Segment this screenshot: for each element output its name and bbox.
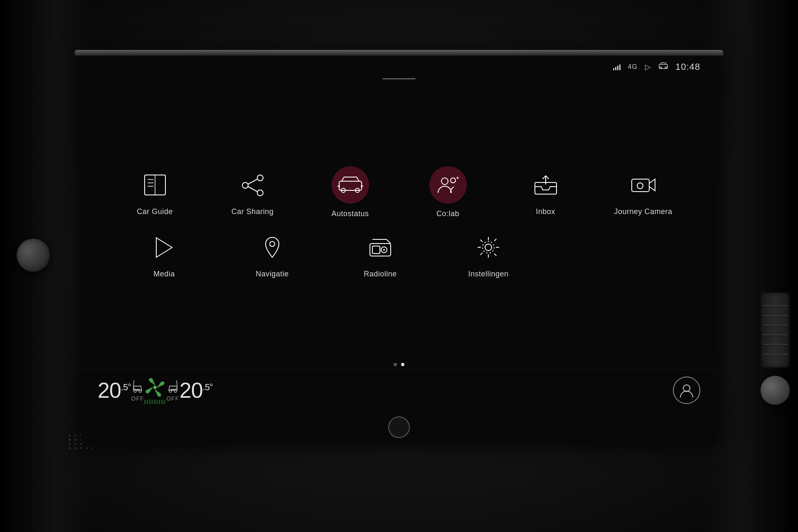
- climate-temp-right[interactable]: 20 .5°: [180, 378, 213, 403]
- fan-control[interactable]: |||||||||: [144, 377, 166, 404]
- app-media[interactable]: Media: [131, 231, 197, 278]
- svg-rect-23: [632, 179, 649, 192]
- climate-temp-left[interactable]: 20 .5°: [98, 378, 131, 403]
- svg-rect-28: [372, 246, 380, 254]
- svg-point-10: [257, 190, 263, 196]
- app-colab[interactable]: Co:lab: [415, 166, 481, 218]
- climate-seat-left[interactable]: OFF: [131, 379, 144, 402]
- swipe-line: [382, 78, 416, 79]
- app-car-sharing[interactable]: Car Sharing: [219, 168, 286, 216]
- svg-line-11: [248, 179, 257, 184]
- app-navigatie[interactable]: Navigatie: [239, 231, 305, 278]
- svg-point-26: [270, 241, 275, 246]
- page-dot-2[interactable]: [401, 363, 404, 366]
- navigatie-icon-wrapper: [256, 231, 289, 264]
- temp-right-decimal: .5°: [203, 382, 213, 393]
- page-indicators: [81, 360, 717, 369]
- climate-seat-right[interactable]: OFF: [166, 379, 180, 402]
- screen-content: 4G ▷ 10:48: [81, 54, 717, 445]
- seat-right-label: OFF: [166, 395, 179, 402]
- app-instellingen[interactable]: Instellingen: [455, 231, 522, 278]
- signal-bar-3: [617, 66, 618, 70]
- seat-left-label: OFF: [131, 395, 144, 402]
- seat-right-icon: [166, 379, 180, 394]
- svg-rect-0: [659, 64, 667, 69]
- svg-point-9: [242, 182, 248, 188]
- seat-left-icon: [131, 379, 144, 394]
- temp-left-decimal: .5°: [121, 382, 131, 393]
- app-car-guide[interactable]: Car Guide: [122, 168, 188, 216]
- app-radioline[interactable]: Radioline: [347, 231, 414, 278]
- status-bar: 4G ▷ 10:48: [81, 54, 717, 76]
- colab-label: Co:lab: [436, 209, 459, 218]
- fan-icon: [144, 377, 166, 398]
- camera-icon: [631, 174, 656, 196]
- inbox-label: Inbox: [536, 207, 555, 216]
- right-vent: [761, 293, 790, 367]
- svg-point-1: [660, 67, 662, 69]
- temp-left-value: 20: [98, 378, 121, 403]
- share-icon: [240, 174, 265, 197]
- location-icon: [261, 236, 283, 259]
- svg-point-8: [257, 175, 263, 181]
- page-dot-1[interactable]: [394, 363, 397, 366]
- infotainment-screen: 4G ▷ 10:48: [81, 54, 717, 445]
- svg-point-33: [485, 244, 492, 251]
- app-row-1: Car Guide Car Sharing: [106, 166, 692, 218]
- user-icon: [679, 382, 695, 398]
- car-sharing-label: Car Sharing: [232, 207, 274, 216]
- svg-line-12: [248, 187, 257, 192]
- car-connected-icon: [659, 62, 668, 71]
- journey-camera-label: Journey Camera: [614, 207, 672, 216]
- left-knob[interactable]: [17, 239, 50, 272]
- home-button[interactable]: [388, 416, 410, 438]
- svg-point-30: [383, 249, 385, 251]
- app-inbox[interactable]: Inbox: [512, 168, 579, 216]
- media-label: Media: [153, 270, 175, 278]
- app-journey-camera[interactable]: Journey Camera: [610, 168, 677, 216]
- inbox-icon: [534, 174, 558, 196]
- climate-bar: 20 .5° OFF: [81, 369, 717, 412]
- radioline-label: Radioline: [364, 270, 397, 278]
- autostatus-icon-wrapper: [332, 166, 369, 204]
- instellingen-icon-wrapper: [472, 231, 505, 264]
- svg-point-24: [637, 183, 643, 189]
- car-sharing-icon-wrapper: [236, 168, 269, 202]
- navigatie-label: Navigatie: [256, 270, 289, 278]
- temp-right-value: 20: [180, 378, 203, 403]
- app-row-2: Media Navigatie: [106, 231, 692, 278]
- swipe-indicator: [81, 76, 717, 81]
- inbox-icon-wrapper: [529, 168, 562, 202]
- app-grid: Car Guide Car Sharing: [81, 81, 717, 360]
- signal-icon: [613, 64, 621, 70]
- book-icon: [143, 174, 167, 197]
- right-dial[interactable]: [761, 376, 790, 405]
- bluetooth-icon: ▷: [645, 62, 651, 71]
- app-autostatus[interactable]: Autostatus: [317, 166, 384, 218]
- svg-line-32: [387, 239, 391, 244]
- play-icon: [154, 236, 175, 259]
- svg-point-40: [683, 385, 690, 392]
- clock: 10:48: [675, 62, 700, 72]
- svg-point-19: [451, 178, 456, 183]
- media-icon-wrapper: [148, 231, 181, 264]
- screen-chrome: [75, 50, 723, 56]
- instellingen-label: Instellingen: [468, 270, 508, 278]
- svg-rect-13: [339, 181, 362, 190]
- signal-bar-2: [615, 67, 616, 70]
- svg-marker-25: [156, 238, 172, 257]
- bottom-home-area: [81, 412, 717, 445]
- svg-point-34: [483, 241, 494, 253]
- car-guide-label: Car Guide: [137, 207, 173, 216]
- signal-bar-1: [613, 68, 614, 70]
- left-car-pillar: [0, 0, 91, 532]
- right-controls: [761, 293, 790, 405]
- svg-point-37: [153, 386, 157, 389]
- svg-point-18: [441, 178, 448, 185]
- network-badge: 4G: [628, 63, 638, 71]
- car-icon: [337, 175, 363, 195]
- car-guide-icon-wrapper: [138, 168, 172, 202]
- svg-point-2: [665, 67, 667, 69]
- profile-icon[interactable]: [673, 377, 700, 404]
- colab-icon-wrapper: [429, 166, 467, 204]
